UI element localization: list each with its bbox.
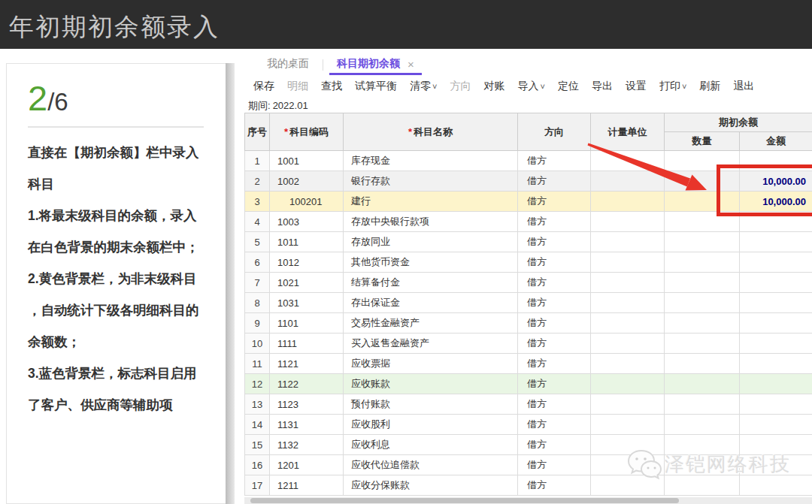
subject-code-cell[interactable]: 1121 [270,354,344,374]
close-icon[interactable]: × [408,58,414,71]
amount-cell[interactable]: 10,000.00 [740,171,812,192]
unit-cell[interactable] [591,273,665,293]
table-row[interactable]: 71021结算备付金借方 [245,273,812,293]
quantity-cell[interactable] [665,394,740,415]
direction-cell[interactable]: 借方 [518,192,591,212]
tab-subject-opening-balance[interactable]: 科目期初余额× [329,54,422,75]
direction-cell[interactable]: 借方 [518,333,591,354]
direction-cell[interactable]: 借方 [518,435,591,455]
subject-code-cell[interactable]: 1123 [270,394,344,415]
subject-name-cell[interactable]: 交易性金融资产 [344,313,518,333]
subject-name-cell[interactable]: 应收股利 [344,415,518,435]
table-row[interactable]: 61012其他货币资金借方 [245,252,812,273]
quantity-cell[interactable] [665,232,740,252]
subject-name-cell[interactable]: 存放中央银行款项 [344,212,518,232]
horizontal-scrollbar[interactable] [244,497,812,504]
toolbar-button-print[interactable]: 打印˅ [659,80,686,93]
amount-cell[interactable] [740,252,812,273]
toolbar-button-settings[interactable]: 设置 [626,80,647,93]
table-row[interactable]: 131123预付账款借方 [245,394,812,415]
toolbar-button-find[interactable]: 查找 [321,80,342,93]
subject-name-cell[interactable]: 应收分保账款 [344,475,518,496]
tab-my-desktop[interactable]: 我的桌面 [259,54,317,75]
quantity-cell[interactable] [665,333,740,354]
subject-name-cell[interactable]: 应收账款 [344,374,518,394]
quantity-cell[interactable] [665,374,740,394]
table-row[interactable]: 41003存放中央银行款项借方 [245,212,812,232]
subject-name-cell[interactable]: 应收代位追偿款 [344,455,518,475]
scrollbar-handle[interactable] [250,498,679,503]
unit-cell[interactable] [591,415,665,435]
direction-cell[interactable]: 借方 [518,273,591,293]
table-row[interactable]: 111121应收票据借方 [245,354,812,374]
table-row[interactable]: 11001库存现金借方 [245,151,812,171]
toolbar-button-detail[interactable]: 明细 [287,80,308,93]
toolbar-button-exit[interactable]: 退出 [733,80,754,93]
toolbar-button-refresh[interactable]: 刷新 [699,80,720,93]
subject-code-cell[interactable]: 1012 [270,252,344,273]
unit-cell[interactable] [591,455,665,475]
subject-code-cell[interactable]: 1201 [270,455,344,475]
direction-cell[interactable]: 借方 [518,475,591,496]
subject-code-cell[interactable]: 1131 [270,415,344,435]
quantity-cell[interactable] [665,171,740,192]
toolbar-button-locate[interactable]: 定位 [558,80,579,93]
unit-cell[interactable] [591,232,665,252]
subject-name-cell[interactable]: 存放同业 [344,232,518,252]
direction-cell[interactable]: 借方 [518,293,591,313]
subject-code-cell[interactable]: 1021 [270,273,344,293]
subject-code-cell[interactable]: 100201 [270,192,344,212]
quantity-cell[interactable] [665,192,740,212]
direction-cell[interactable]: 借方 [518,171,591,192]
period-value[interactable]: 2022.01 [273,100,308,111]
quantity-cell[interactable] [665,252,740,273]
amount-cell[interactable] [740,212,812,232]
table-row[interactable]: 151132应收利息借方 [245,435,812,455]
direction-cell[interactable]: 借方 [518,151,591,171]
table-row[interactable]: 141131应收股利借方 [245,415,812,435]
direction-cell[interactable]: 借方 [518,394,591,415]
direction-cell[interactable]: 借方 [518,354,591,374]
direction-cell[interactable]: 借方 [518,313,591,333]
quantity-cell[interactable] [665,273,740,293]
subject-code-cell[interactable]: 1211 [270,475,344,496]
subject-name-cell[interactable]: 银行存款 [344,171,518,192]
quantity-cell[interactable] [665,435,740,455]
subject-code-cell[interactable]: 1001 [270,151,344,171]
amount-cell[interactable] [740,151,812,171]
table-row[interactable]: 91101交易性金融资产借方 [245,313,812,333]
unit-cell[interactable] [591,374,665,394]
subject-code-cell[interactable]: 1031 [270,293,344,313]
subject-name-cell[interactable]: 建行 [344,192,518,212]
amount-cell[interactable] [740,354,812,374]
subject-code-cell[interactable]: 1111 [270,333,344,354]
unit-cell[interactable] [591,333,665,354]
toolbar-button-reconcile[interactable]: 对账 [483,80,504,93]
subject-code-cell[interactable]: 1002 [270,171,344,192]
table-row[interactable]: 121122应收账款借方 [245,374,812,394]
amount-cell[interactable] [740,273,812,293]
subject-name-cell[interactable]: 其他货币资金 [344,252,518,273]
table-row[interactable]: 81031存出保证金借方 [245,293,812,313]
unit-cell[interactable] [591,475,665,496]
subject-code-cell[interactable]: 1101 [270,313,344,333]
subject-name-cell[interactable]: 存出保证金 [344,293,518,313]
direction-cell[interactable]: 借方 [518,415,591,435]
amount-cell[interactable]: 10,000.00 [740,192,812,212]
subject-name-cell[interactable]: 买入返售金融资产 [344,333,518,354]
direction-cell[interactable]: 借方 [518,212,591,232]
direction-cell[interactable]: 借方 [518,455,591,475]
toolbar-button-save[interactable]: 保存 [253,80,274,93]
table-row[interactable]: 21002银行存款借方10,000.00 [245,171,812,192]
table-row[interactable]: 51011存放同业借方 [245,232,812,252]
toolbar-button-export[interactable]: 导出 [592,80,613,93]
direction-cell[interactable]: 借方 [518,232,591,252]
unit-cell[interactable] [591,171,665,192]
subject-name-cell[interactable]: 应收票据 [344,354,518,374]
quantity-cell[interactable] [665,415,740,435]
subject-code-cell[interactable]: 1132 [270,435,344,455]
unit-cell[interactable] [591,212,665,232]
amount-cell[interactable] [740,435,812,455]
unit-cell[interactable] [591,394,665,415]
amount-cell[interactable] [740,394,812,415]
